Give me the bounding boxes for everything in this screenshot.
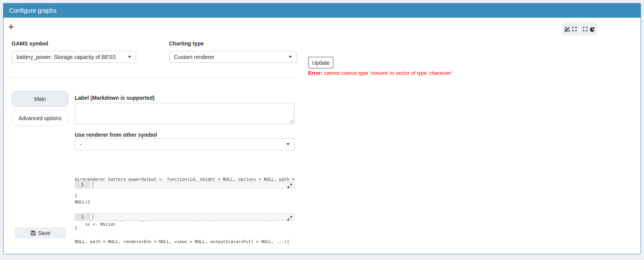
- charting-type-selected-value: Custom renderer: [174, 54, 214, 60]
- code-line: NULL, path = NULL, rendererEnv = NULL, v…: [75, 238, 300, 246]
- error-text: cannot coerce type 'closure' to vector o…: [324, 70, 452, 76]
- label-markdown-label: Label (Markdown is supported): [75, 95, 155, 101]
- output-function-closing-brace: }: [75, 192, 300, 200]
- edit-fullscreen-button[interactable]: [562, 23, 579, 35]
- plus-icon: +: [8, 21, 14, 32]
- use-renderer-select[interactable]: -: [75, 138, 295, 150]
- chevron-down-icon: [289, 56, 292, 58]
- error-message: Error:cannot coerce type 'closure' to ve…: [308, 70, 452, 76]
- charting-type-select[interactable]: Custom renderer: [169, 51, 297, 63]
- floppy-icon: [30, 230, 36, 236]
- expand-arrows-icon[interactable]: [287, 216, 292, 221]
- save-button[interactable]: Save: [15, 227, 66, 238]
- gams-symbol-label: GAMS symbol: [12, 40, 48, 47]
- chevron-down-icon: [128, 56, 131, 58]
- text-cursor: [93, 182, 93, 187]
- chevron-down-icon: [287, 143, 290, 145]
- expand-arrows-icon[interactable]: [287, 183, 292, 188]
- panel-body: + GAMS symbol battery_po: [3, 18, 641, 254]
- render-function-closing-brace: }: [75, 224, 300, 232]
- header-action-buttons: [562, 23, 597, 35]
- tab-main[interactable]: Main: [12, 91, 69, 107]
- gams-symbol-select[interactable]: battery_power: Storage capacity of BESS: [12, 51, 136, 63]
- render-code-editor[interactable]: 1: [75, 213, 295, 221]
- tab-advanced-options[interactable]: Advanced options: [12, 110, 69, 126]
- output-code-editor[interactable]: 1: [75, 181, 295, 188]
- code-editor-input[interactable]: [90, 214, 294, 220]
- error-prefix: Error:: [308, 70, 323, 76]
- edit-icon: [565, 27, 570, 32]
- update-button[interactable]: Update: [308, 57, 334, 69]
- label-markdown-field: [75, 103, 295, 124]
- preview-fullscreen-button[interactable]: [580, 23, 597, 35]
- gams-symbol-selected-value: battery_power: Storage capacity of BESS: [17, 54, 116, 60]
- fullscreen-icon: [572, 27, 577, 32]
- fullscreen-icon: [583, 27, 588, 32]
- label-markdown-textarea[interactable]: [75, 103, 295, 124]
- code-editor-input[interactable]: [90, 181, 294, 188]
- save-button-label: Save: [38, 230, 51, 236]
- use-renderer-selected-value: -: [80, 141, 82, 148]
- section-divider: [3, 77, 297, 78]
- add-graph-button[interactable]: +: [8, 22, 14, 32]
- configure-graphs-panel: Configure graphs +: [3, 3, 641, 254]
- line-number-gutter: 1: [75, 214, 90, 220]
- line-number-gutter: 1: [75, 181, 90, 188]
- pie-chart-icon: [590, 27, 595, 32]
- use-renderer-label: Use renderer from other symbol: [75, 132, 157, 138]
- charting-type-label: Charting type: [169, 40, 204, 47]
- text-cursor: [93, 215, 93, 220]
- panel-title: Configure graphs: [3, 3, 641, 18]
